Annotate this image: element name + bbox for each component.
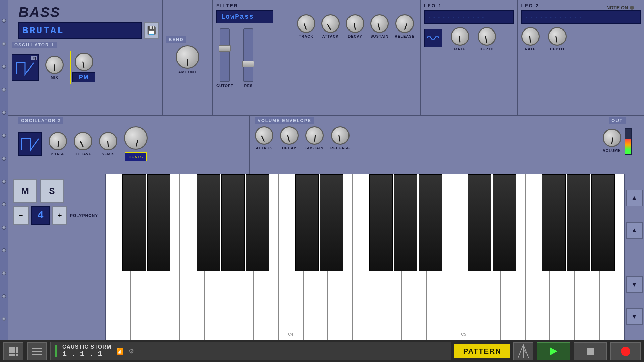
osc1-area: BASS NOTE ON BRUTAL 💾 OS [8, 0, 163, 115]
vol-sustain-label: SUSTAIN [305, 146, 323, 150]
lfo2-depth-knob[interactable] [548, 27, 567, 46]
cutoff-slider-group: CUTOFF [216, 28, 233, 88]
poly-plus-button[interactable]: + [52, 206, 67, 225]
pattern-button[interactable]: PATTERN [454, 344, 510, 358]
lfo1-dots: - - - - - - - - - - - - [429, 14, 485, 20]
grid-view-button[interactable] [3, 342, 23, 360]
black-key-fs4[interactable] [369, 174, 393, 282]
kbd-bottom-row: − 4 + POLYPHONY [13, 206, 100, 225]
grid-icon [8, 346, 18, 356]
svg-rect-10 [32, 351, 42, 352]
lfo1-wave-button[interactable] [424, 29, 442, 47]
bend-amount-knob[interactable] [176, 45, 199, 69]
volume-knob[interactable] [603, 129, 621, 147]
vol-attack-label: ATTACK [256, 146, 273, 150]
metronome-icon [517, 343, 530, 360]
black-key-as5[interactable] [591, 174, 615, 282]
save-button[interactable]: 💾 [144, 22, 159, 39]
cutoff-slider[interactable] [220, 28, 230, 82]
octave-down-small-button[interactable]: ▼ [626, 276, 643, 293]
octave-up-small-button[interactable]: ▲ [626, 222, 643, 239]
play-button[interactable] [537, 342, 570, 360]
bend-label: BEND [166, 36, 186, 43]
filter-type-display[interactable]: LowPass [216, 10, 273, 23]
screw [2, 157, 6, 161]
black-key-gs3[interactable] [221, 174, 245, 282]
osc2-cents-knob[interactable] [124, 126, 148, 150]
cutoff-label: CUTOFF [216, 84, 233, 88]
row2: OSCILLATOR 2 PHASE [8, 116, 644, 174]
mix-knob[interactable] [45, 56, 64, 74]
black-key-cs5[interactable] [468, 174, 491, 282]
filter-track-label: TRACK [299, 34, 314, 38]
settings-icon: ⚙ [129, 348, 134, 355]
osc2-label: OSCILLATOR 2 [18, 117, 63, 124]
vol-decay-knob[interactable] [280, 126, 299, 145]
menu-button[interactable] [27, 342, 47, 360]
preset-display: BRUTAL [18, 22, 142, 39]
vol-envelope-knobs: ATTACK DECAY SUSTAIN [255, 126, 585, 150]
song-position: 1 . 1 . 1 [62, 350, 111, 358]
synth-container: BASS NOTE ON BRUTAL 💾 OS [0, 0, 644, 362]
black-key-ds5[interactable] [493, 174, 516, 282]
osc2-octave-knob[interactable] [74, 132, 92, 150]
osc2-phase-knob[interactable] [49, 132, 67, 150]
sawtooth-wave-icon [15, 59, 35, 76]
lfo1-rate-knob[interactable] [451, 27, 469, 46]
svg-rect-2 [16, 347, 18, 350]
vol-release-knob[interactable] [331, 126, 350, 145]
res-slider[interactable] [243, 28, 253, 82]
black-key-fs5[interactable] [542, 174, 566, 282]
m-button[interactable]: M [13, 179, 37, 203]
s-button[interactable]: S [40, 179, 64, 203]
filter-decay-knob[interactable] [346, 14, 364, 33]
vol-sustain-knob[interactable] [305, 126, 324, 145]
osc2-semis-label: SEMIS [102, 152, 115, 156]
black-key-as3[interactable] [246, 174, 269, 282]
screw [2, 271, 6, 275]
osc2-semis-knob[interactable] [99, 132, 117, 150]
volume-label: VOLUME [603, 148, 621, 153]
lfo2-title: LFO 2 [521, 3, 540, 8]
filter-envelope-knobs: TRACK ATTACK DECAY [297, 14, 417, 38]
bend-area: BEND AMOUNT [163, 0, 213, 115]
filter-sustain-knob[interactable] [370, 14, 389, 33]
osc2-waveform-button[interactable] [18, 132, 42, 156]
osc1-label: OSCILLATOR 1 [12, 42, 57, 48]
res-slider-group: RES [243, 28, 253, 88]
stop-button[interactable] [574, 342, 607, 360]
black-key-as4[interactable] [419, 174, 442, 282]
black-key-gs4[interactable] [394, 174, 418, 282]
note-on-label: NOTE ON [606, 5, 628, 10]
lfo1-depth-knob[interactable] [478, 27, 496, 46]
filter-attack-knob[interactable] [321, 14, 340, 33]
filter-area: FILTER LowPass CUTOFF [213, 0, 293, 115]
screw [2, 88, 6, 92]
octave-up-button[interactable]: ▲ [626, 190, 643, 206]
record-button[interactable] [610, 342, 641, 360]
cutoff-thumb [219, 45, 231, 52]
pm-knob[interactable] [75, 53, 93, 71]
black-key-ds3[interactable] [147, 174, 171, 282]
filter-track-knob[interactable] [297, 14, 315, 33]
kbd-nav: ▲ ▲ ▼ ▼ [624, 174, 644, 340]
osc1-waveform-button[interactable]: HQ [12, 54, 39, 81]
black-key-gs5[interactable] [567, 174, 590, 282]
black-key-ds4[interactable] [320, 174, 343, 282]
bend-amount-label: AMOUNT [178, 70, 197, 74]
svg-rect-3 [9, 350, 12, 353]
octave-down-button[interactable]: ▼ [626, 308, 643, 325]
pm-button[interactable]: PM [72, 72, 95, 82]
out-label: OUT [609, 117, 625, 124]
metronome-button[interactable] [513, 342, 533, 360]
vol-attack-knob[interactable] [255, 126, 273, 145]
poly-minus-button[interactable]: − [13, 206, 29, 225]
black-key-cs3[interactable] [122, 174, 146, 282]
filter-sliders: CUTOFF RES [216, 28, 289, 88]
lfo2-rate-knob[interactable] [521, 27, 540, 46]
filter-release-knob[interactable] [395, 14, 414, 33]
synth-main: BASS NOTE ON BRUTAL 💾 OS [8, 0, 644, 340]
black-key-cs4[interactable] [295, 174, 319, 282]
black-key-fs3[interactable] [197, 174, 220, 282]
osc2-phase-label: PHASE [51, 152, 65, 156]
